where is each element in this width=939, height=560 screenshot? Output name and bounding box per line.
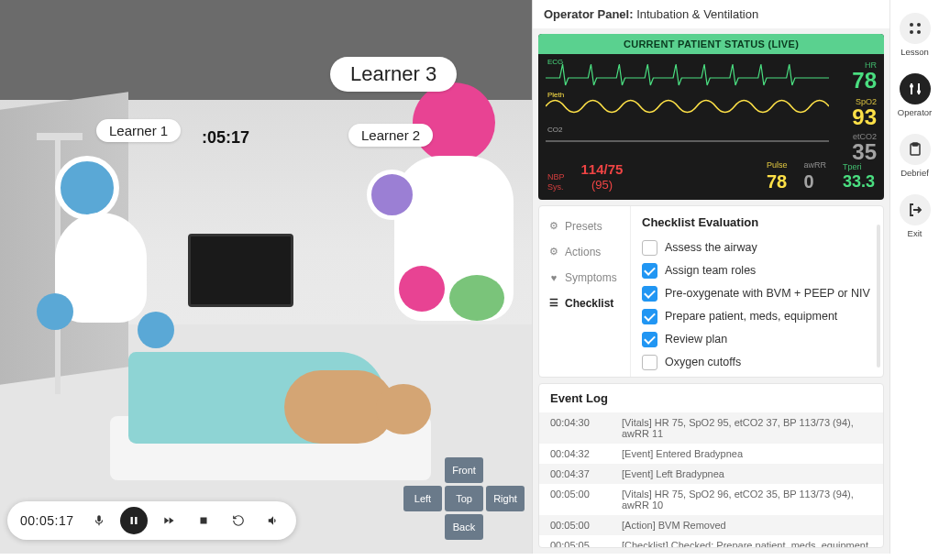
log-message: [Vitals] HR 75, SpO2 96, etCO2 35, BP 11… xyxy=(622,489,872,511)
sidebar-item-exit[interactable]: Exit xyxy=(896,191,934,242)
log-row[interactable]: 00:05:00[Vitals] HR 75, SpO2 96, etCO2 3… xyxy=(539,484,883,515)
svg-rect-10 xyxy=(912,143,918,146)
fast-forward-icon xyxy=(162,514,175,527)
pulse-readout: Pulse 78 xyxy=(767,160,788,192)
volume-button[interactable] xyxy=(260,507,287,534)
svg-point-4 xyxy=(917,30,921,34)
awrr-readout: awRR 0 xyxy=(803,160,826,192)
checkbox[interactable] xyxy=(642,332,657,347)
co2-wave-label: CO2 xyxy=(547,126,562,134)
stop-icon xyxy=(197,514,210,527)
mic-icon xyxy=(93,514,105,527)
learner2-avatar xyxy=(367,170,417,220)
log-row[interactable]: 00:04:37[Event] Left Bradypnea xyxy=(539,464,883,484)
iv-pole-bar xyxy=(37,133,83,140)
checkbox[interactable] xyxy=(642,355,657,370)
mid-section: ⚙Presets ⚙Actions ♥Symptoms ☰Checklist C… xyxy=(538,205,884,378)
log-time: 00:05:00 xyxy=(550,520,603,531)
grid-icon xyxy=(900,13,931,44)
log-time: 00:05:00 xyxy=(550,489,603,511)
log-message: [Checklist] Checked: Prepare patient, me… xyxy=(622,540,872,547)
checklist-item[interactable]: Assign team roles xyxy=(642,259,878,282)
sidebar-item-operator[interactable]: Operator xyxy=(894,70,936,121)
learner1-label: Learner 1 xyxy=(96,119,181,142)
log-time: 00:05:05 xyxy=(550,540,603,547)
event-log-title: Event Log xyxy=(539,384,883,412)
checklist-item[interactable]: Pre-oxygenate with BVM + PEEP or NIV xyxy=(642,282,878,305)
tab-symptoms[interactable]: ♥Symptoms xyxy=(539,265,630,291)
log-row[interactable]: 00:05:05[Checklist] Checked: Prepare pat… xyxy=(539,535,883,547)
log-message: [Vitals] HR 75, SpO2 95, etCO2 37, BP 11… xyxy=(622,417,872,439)
checklist-item-label: Assign team roles xyxy=(665,264,756,277)
event-log: Event Log 00:04:30[Vitals] HR 75, SpO2 9… xyxy=(538,383,884,548)
log-time: 00:04:32 xyxy=(550,448,603,459)
tperi-readout: Tperi 33.3 xyxy=(843,162,875,192)
hr-wave-label: ECG xyxy=(547,58,563,66)
spo2-value: SpO293 xyxy=(852,98,877,128)
log-time: 00:04:30 xyxy=(550,417,603,439)
log-message: [Action] BVM Removed xyxy=(622,520,872,531)
sidebar-item-lesson[interactable]: Lesson xyxy=(896,9,934,60)
learner2-label: Learner 2 xyxy=(348,124,433,147)
checklist-area[interactable]: Checklist Evaluation Assess the airwayAs… xyxy=(631,206,883,377)
bvm-bag xyxy=(449,275,504,321)
log-row[interactable]: 00:04:32[Event] Entered Bradypnea xyxy=(539,444,883,464)
camera-back-button[interactable]: Back xyxy=(445,514,483,540)
event-log-rows[interactable]: 00:04:30[Vitals] HR 75, SpO2 95, etCO2 3… xyxy=(539,412,883,547)
exit-icon xyxy=(900,194,931,225)
pause-icon xyxy=(127,514,140,527)
fast-forward-button[interactable] xyxy=(155,507,182,534)
side-tabs: ⚙Presets ⚙Actions ♥Symptoms ☰Checklist xyxy=(539,206,631,377)
checkbox[interactable] xyxy=(642,240,657,256)
camera-front-button[interactable]: Front xyxy=(445,457,483,483)
camera-right-button[interactable]: Right xyxy=(486,486,525,511)
gear-icon: ⚙ xyxy=(548,246,559,258)
scrollbar[interactable] xyxy=(877,225,880,368)
checkbox[interactable] xyxy=(642,263,657,279)
nbp-readout: NBPSys. xyxy=(547,172,565,192)
viewport-timer: :05:17 xyxy=(202,128,249,148)
svg-point-7 xyxy=(910,84,913,88)
nbp-value: 114/75 (95) xyxy=(581,161,624,192)
svg-point-2 xyxy=(917,23,921,27)
right-sidebar: Lesson Operator Debrief Exit xyxy=(889,0,939,554)
patient-head xyxy=(376,384,431,434)
etco2-waveform: CO2 xyxy=(546,127,829,155)
checklist-item[interactable]: Prepare patient, meds, equipment xyxy=(642,305,878,328)
camera-left-button[interactable]: Left xyxy=(403,486,442,511)
checklist-item[interactable]: Assess the airway xyxy=(642,236,878,259)
pleth-wave-label: Pleth xyxy=(547,91,564,99)
playback-bar: 00:05:17 xyxy=(7,501,296,540)
log-message: [Event] Left Bradypnea xyxy=(622,468,872,479)
sidebar-item-debrief[interactable]: Debrief xyxy=(896,130,934,181)
log-row[interactable]: 00:05:00[Action] BVM Removed xyxy=(539,515,883,535)
checklist-item-label: Pre-oxygenate with BVM + PEEP or NIV xyxy=(665,287,870,300)
checklist-item-label: Prepare patient, meds, equipment xyxy=(665,310,837,323)
simulation-viewport[interactable]: Learner 1 Learner 2 Learner 3 :05:17 00:… xyxy=(0,0,532,554)
log-row[interactable]: 00:04:30[Vitals] HR 75, SpO2 95, etCO2 3… xyxy=(539,412,883,444)
stop-button[interactable] xyxy=(190,507,217,534)
panel-title-prefix: Operator Panel: xyxy=(544,7,634,21)
bedside-monitor xyxy=(188,234,293,307)
tab-actions[interactable]: ⚙Actions xyxy=(539,239,630,265)
svg-point-8 xyxy=(917,90,921,93)
tab-checklist[interactable]: ☰Checklist xyxy=(539,291,630,316)
tab-presets[interactable]: ⚙Presets xyxy=(539,214,630,239)
vitals-monitor: CURRENT PATIENT STATUS (LIVE) ECG Pleth … xyxy=(538,34,884,200)
camera-top-button[interactable]: Top xyxy=(445,486,483,511)
checklist-item[interactable]: Review plan xyxy=(642,328,878,351)
replay-button[interactable] xyxy=(225,507,252,534)
checklist-item-label: Assess the airway xyxy=(665,241,757,254)
checklist-item[interactable]: Administer medications xyxy=(642,374,878,377)
mic-button[interactable] xyxy=(85,507,113,534)
checklist-item[interactable]: Oxygen cutoffs xyxy=(642,351,878,374)
checkbox[interactable] xyxy=(642,286,657,302)
panel-title: Intubation & Ventilation xyxy=(636,7,758,21)
svg-point-3 xyxy=(910,30,913,34)
camera-nav: Front Left Top Right Back xyxy=(403,457,525,540)
volume-icon xyxy=(267,514,280,527)
checkbox[interactable] xyxy=(642,309,657,324)
patient-bed xyxy=(110,315,431,480)
checklist-item-label: Oxygen cutoffs xyxy=(665,356,741,368)
pause-button[interactable] xyxy=(120,507,148,534)
